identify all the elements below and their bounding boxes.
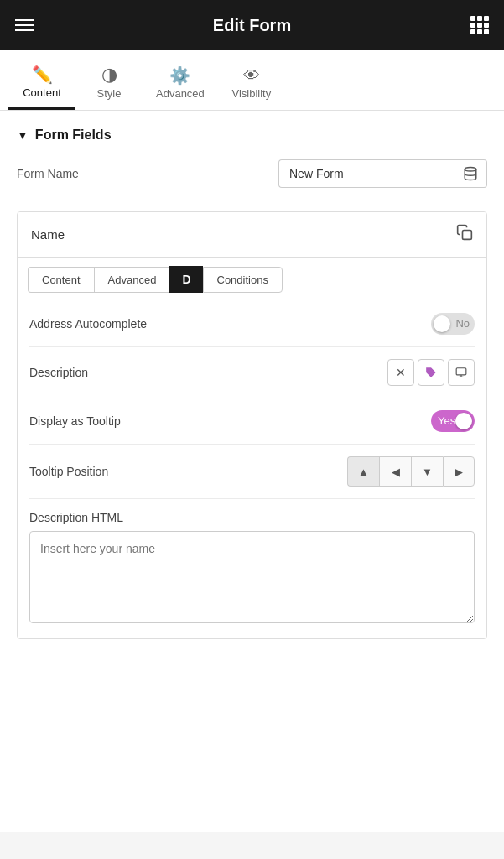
tab-content[interactable]: ✏️ Content bbox=[8, 58, 75, 110]
name-card-title: Name bbox=[31, 227, 65, 242]
sub-tab-conditions[interactable]: Conditions bbox=[203, 267, 283, 293]
description-row: Description ✕ bbox=[29, 347, 475, 398]
header: Edit Form bbox=[0, 0, 504, 50]
tab-advanced-label: Advanced bbox=[156, 87, 205, 100]
description-html-textarea[interactable] bbox=[29, 531, 475, 623]
toggle-knob bbox=[434, 315, 450, 332]
description-html-label: Description HTML bbox=[29, 511, 475, 524]
address-autocomplete-row: Address Autocomplete No bbox=[29, 301, 475, 347]
field-section: Address Autocomplete No Description ✕ bbox=[18, 301, 486, 638]
sub-tab-advanced[interactable]: Advanced bbox=[94, 267, 170, 293]
description-tag-button[interactable] bbox=[418, 359, 444, 386]
sub-tabs-bar: Content Advanced D Conditions bbox=[18, 258, 486, 301]
sub-tab-d[interactable]: D bbox=[169, 266, 202, 293]
form-name-input[interactable] bbox=[278, 159, 455, 188]
gear-icon: ⚙️ bbox=[169, 67, 190, 84]
form-fields-section-header: ▼ Form Fields bbox=[17, 128, 487, 143]
copy-icon[interactable] bbox=[456, 224, 473, 245]
address-autocomplete-toggle-wrap: No bbox=[431, 313, 475, 335]
grid-apps-icon[interactable] bbox=[470, 16, 489, 34]
address-autocomplete-label: Address Autocomplete bbox=[29, 317, 147, 331]
display-tooltip-toggle[interactable]: Yes bbox=[431, 410, 475, 432]
database-icon-button[interactable] bbox=[455, 159, 487, 188]
name-card: Name Content Advanced D Conditions Addre… bbox=[17, 211, 487, 639]
section-title: Form Fields bbox=[35, 128, 112, 143]
tooltip-pos-down-button[interactable]: ▼ bbox=[411, 456, 443, 487]
toggle-yes-label: Yes bbox=[438, 414, 455, 427]
chevron-down-icon[interactable]: ▼ bbox=[17, 128, 29, 142]
tab-style[interactable]: ◑ Style bbox=[75, 57, 143, 110]
description-label: Description bbox=[29, 366, 88, 379]
display-tooltip-toggle-wrap: Yes bbox=[431, 410, 475, 432]
description-html-section: Description HTML bbox=[29, 499, 475, 627]
content-area: ▼ Form Fields Form Name Name bbox=[0, 111, 504, 832]
tooltip-position-row: Tooltip Position ▲ ◀ ▼ ▶ bbox=[29, 445, 475, 499]
eye-icon: 👁 bbox=[243, 67, 260, 84]
svg-point-0 bbox=[465, 168, 476, 172]
tab-content-label: Content bbox=[23, 86, 61, 99]
tooltip-position-buttons: ▲ ◀ ▼ ▶ bbox=[347, 456, 475, 487]
description-icons: ✕ bbox=[387, 359, 475, 386]
tab-style-label: Style bbox=[97, 87, 122, 100]
display-tooltip-label: Display as Tooltip bbox=[29, 414, 121, 428]
name-card-header: Name bbox=[18, 212, 486, 258]
description-x-button[interactable]: ✕ bbox=[387, 359, 414, 386]
tab-visibility-label: Visibility bbox=[231, 87, 271, 100]
toggle-off-label: No bbox=[455, 317, 470, 330]
form-name-input-group bbox=[278, 159, 487, 188]
form-name-label: Form Name bbox=[17, 167, 79, 180]
half-circle-icon: ◑ bbox=[101, 65, 117, 84]
page-title: Edit Form bbox=[213, 16, 291, 35]
sub-tab-content[interactable]: Content bbox=[28, 267, 94, 293]
tab-visibility[interactable]: 👁 Visibility bbox=[218, 59, 285, 110]
tooltip-position-label: Tooltip Position bbox=[29, 465, 108, 478]
description-download-button[interactable] bbox=[448, 359, 475, 386]
tooltip-pos-right-button[interactable]: ▶ bbox=[443, 456, 475, 487]
tooltip-pos-up-button[interactable]: ▲ bbox=[347, 456, 379, 487]
svg-rect-3 bbox=[456, 368, 466, 375]
address-autocomplete-toggle[interactable]: No bbox=[431, 313, 475, 335]
tab-advanced[interactable]: ⚙️ Advanced bbox=[143, 59, 218, 110]
toggle-on-knob bbox=[455, 413, 472, 430]
display-tooltip-row: Display as Tooltip Yes bbox=[29, 398, 475, 445]
form-name-row: Form Name bbox=[17, 159, 487, 188]
svg-rect-1 bbox=[463, 231, 472, 240]
hamburger-menu-icon[interactable] bbox=[15, 19, 34, 31]
pencil-icon: ✏️ bbox=[32, 66, 53, 83]
tooltip-pos-left-button[interactable]: ◀ bbox=[379, 456, 411, 487]
tabs-bar: ✏️ Content ◑ Style ⚙️ Advanced 👁 Visibil… bbox=[0, 50, 504, 111]
